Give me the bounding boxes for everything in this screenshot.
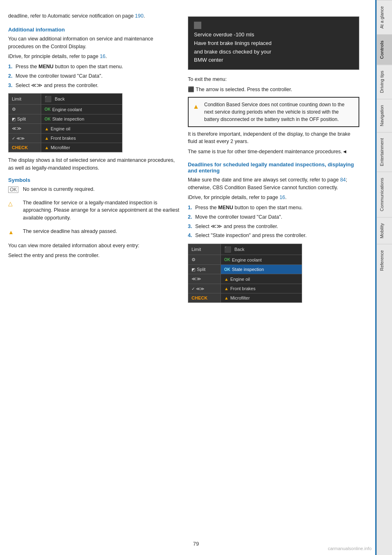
alert-text: Condition Based Service does not continu… [204,101,354,123]
ok-symbol: OK [8,186,23,193]
service-overdue-icon [194,22,201,29]
sidebar-tab-navigation[interactable]: Navigation [377,99,392,132]
symbol-warn-row: △ The deadline for service or a legally-… [8,199,180,224]
idrive-link2[interactable]: 16 [279,195,285,200]
menu2-row-gear-left: ⚙ [188,255,221,264]
alert-icon: ▲ [193,102,201,123]
warn-symbol: △ [8,199,23,208]
service-overdue-box: Service overdue -100 mls Have front brak… [188,16,359,70]
exit-arrow-text: ⬛ The arrow is selected. Press the contr… [188,86,359,94]
menu-row-oil-right: ▲ Engine oil [41,124,122,133]
menu2-row-coolant-right: OK Engine coolant [221,255,302,264]
warn-symbol-text: The deadline for service or a legally-ma… [23,199,180,222]
menu2-row-inspection-right: OK State inspection [221,265,302,274]
menu2-row-checkbtn-left: CHECK [188,293,221,302]
step2-2: 2. Move the controller toward "Car Data"… [188,213,359,221]
additional-info-heading: Additional information [8,27,180,33]
deadlines-link[interactable]: 84 [340,177,346,183]
idrive-link[interactable]: 16 [100,54,105,59]
sidebar-tab-entertainment[interactable]: Entertainment [377,132,392,172]
passed-symbol-text: The service deadline has already passed. [23,228,117,235]
menu-row-microfilter-right: ▲ Microfilter [41,143,122,152]
menu-row-check-left: ✓ ≪≫ [9,134,41,143]
sidebar-tab-communications[interactable]: Communications [377,172,392,217]
service-overdue-line3: and brake discs checked by your [194,48,353,56]
service-overdue-line1: Service overdue -100 mls [194,31,353,39]
service-overdue-line4: BMW center [194,56,353,65]
menu-row-limit-left: Limit [9,94,41,104]
alert-box: ▲ Condition Based Service does not conti… [188,97,359,127]
step-3: 3. Select ≪≫ and press the controller. [8,82,180,90]
sidebar-tab-at-a-glance[interactable]: At a glance [377,0,392,34]
sidebar-tab-reference[interactable]: Reference [377,244,392,277]
display-shows-text: The display shows a list of selected ser… [8,157,180,172]
intro-link[interactable]: 190 [135,13,144,19]
watermark: carmanualsonline.info [328,546,372,551]
step2-1: 1. Press the MENU button to open the sta… [188,204,359,212]
sidebar-tab-mobility[interactable]: Mobility [377,217,392,244]
step-2: 2. Move the controller toward "Car Data"… [8,72,180,80]
important-text: It is therefore important, independent o… [188,130,359,146]
service-overdue-line2: Have front brake linings replaced [194,39,353,48]
additional-info-para1: You can view additional information on s… [8,35,180,51]
menu2-row-microfilter-right: ▲ Microfilter [221,293,302,302]
idrive-ref: iDrive, for principle details, refer to … [8,53,180,60]
symbol-ok-row: OK No service is currently required. [8,186,180,196]
menu-row-brakes-right: ▲ Front brakes [41,134,122,143]
symbols-heading: Symbols [8,177,180,183]
step2-4: 4. Select "State inspection" and press t… [188,232,359,239]
step2-3: 3. Select ≪≫ and press the controller. [188,223,359,231]
menu-image-2: Limit ⬛ Back ⚙ OK Engine coolant ◩ Split… [188,244,302,303]
deadlines-para: Make sure the date and time are always s… [188,176,359,192]
menu-image-1: Limit ⬛ Back ⚙ OK Engine coolant [8,93,122,152]
idrive-ref2: iDrive, for principle details, refer to … [188,194,359,201]
sidebar: At a glance Controls Driving tips Naviga… [376,0,392,555]
menu2-row-limit-left: Limit [188,244,221,255]
view-more-text: You can view more detailed information a… [8,242,180,250]
menu2-row-split-left: ◩ Split [188,265,221,274]
menu-row-split-left: ◩ Split [9,114,41,123]
menu2-row-oil-right: ▲ Engine oil [221,274,302,284]
select-text: Select the entry and press the controlle… [8,252,180,260]
additional-info-section: Additional information You can view addi… [8,27,180,90]
section-divider [375,0,376,555]
page-number: 79 [193,541,199,547]
menu-row-limit-right: ⬛ Back [41,94,122,104]
sidebar-tab-driving-tips[interactable]: Driving tips [377,65,392,98]
menu-row-inspection-right: OK State inspection [41,114,122,123]
ok-symbol-text: No service is currently required. [23,186,95,193]
symbols-section: Symbols OK No service is currently requi… [8,177,180,238]
menu2-row-check-left: ✓ ≪≫ [188,284,221,293]
menu-row-checkbtn-left: CHECK [9,143,41,152]
menu-row-gear-left: ⚙ [9,105,41,114]
menu2-row-back-right: ⬛ Back [221,244,302,255]
passed-symbol: ▲ [8,228,23,237]
menu-row-nav-left: ≪≫ [9,124,41,133]
symbol-passed-row: ▲ The service deadline has already passe… [8,228,180,238]
step-1: 1. Press the MENU button to open the sta… [8,63,180,71]
sidebar-tab-controls[interactable]: Controls [377,34,392,65]
deadlines-heading: Deadlines for scheduled legally mandated… [188,161,359,174]
intro-text: deadline, refer to Automatic service not… [8,12,180,20]
steps-list-2: 1. Press the MENU button to open the sta… [188,204,359,239]
steps-list: 1. Press the MENU button to open the sta… [8,63,180,89]
exit-menu-text: To exit the menu: [188,76,359,83]
same-true-text: The same is true for other time-dependen… [188,148,359,156]
menu2-row-nav-left: ≪≫ [188,274,221,284]
menu-row-coolant-right: OK Engine coolant [41,105,122,114]
menu2-row-brakes-right: ▲ Front brakes [221,284,302,293]
